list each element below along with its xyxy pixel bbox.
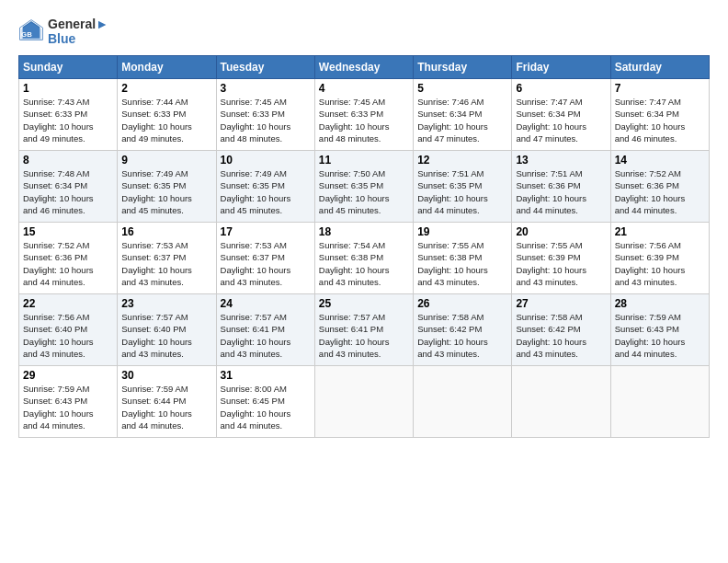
day-info: Sunrise: 7:49 AM Sunset: 6:35 PM Dayligh… [221,167,311,216]
day-number: 23 [121,297,211,310]
calendar-cell: 23Sunrise: 7:57 AM Sunset: 6:40 PM Dayli… [118,294,216,366]
day-info: Sunrise: 7:59 AM Sunset: 6:43 PM Dayligh… [23,383,113,431]
day-number: 12 [417,154,507,167]
calendar-cell: 19Sunrise: 7:55 AM Sunset: 6:38 PM Dayli… [414,223,512,294]
day-info: Sunrise: 7:49 AM Sunset: 6:35 PM Dayligh… [121,167,211,216]
day-number: 31 [221,369,311,382]
day-info: Sunrise: 7:54 AM Sunset: 6:38 PM Dayligh… [319,239,409,288]
day-header: Wednesday [314,56,413,79]
day-info: Sunrise: 7:58 AM Sunset: 6:42 PM Dayligh… [417,311,507,360]
day-number: 17 [221,225,311,238]
day-number: 25 [319,297,409,310]
calendar-cell: 9Sunrise: 7:49 AM Sunset: 6:35 PM Daylig… [118,151,216,223]
day-number: 13 [516,154,606,167]
day-info: Sunrise: 7:59 AM Sunset: 6:44 PM Dayligh… [121,383,211,431]
calendar-cell [314,366,413,438]
calendar-cell: 29Sunrise: 7:59 AM Sunset: 6:43 PM Dayli… [19,366,118,438]
page: GB General► Blue SundayMondayTuesdayWedn… [0,0,728,563]
day-number: 11 [319,154,409,167]
day-number: 3 [221,82,311,95]
day-info: Sunrise: 7:43 AM Sunset: 6:33 PM Dayligh… [23,96,113,144]
day-number: 28 [615,297,705,310]
calendar-week-row: 22Sunrise: 7:56 AM Sunset: 6:40 PM Dayli… [19,294,710,366]
calendar-cell: 17Sunrise: 7:53 AM Sunset: 6:37 PM Dayli… [216,223,314,294]
day-header: Thursday [414,56,512,79]
calendar-cell: 31Sunrise: 8:00 AM Sunset: 6:45 PM Dayli… [216,366,314,438]
calendar-week-row: 1Sunrise: 7:43 AM Sunset: 6:33 PM Daylig… [19,79,710,151]
svg-text:GB: GB [21,30,32,39]
calendar-cell: 12Sunrise: 7:51 AM Sunset: 6:35 PM Dayli… [414,151,512,223]
calendar-body: 1Sunrise: 7:43 AM Sunset: 6:33 PM Daylig… [19,79,710,438]
day-number: 16 [121,225,211,238]
calendar-cell: 18Sunrise: 7:54 AM Sunset: 6:38 PM Dayli… [314,223,413,294]
day-info: Sunrise: 7:51 AM Sunset: 6:35 PM Dayligh… [417,167,507,216]
day-info: Sunrise: 7:52 AM Sunset: 6:36 PM Dayligh… [615,167,705,216]
calendar-table: SundayMondayTuesdayWednesdayThursdayFrid… [18,55,710,438]
day-number: 1 [23,82,113,95]
day-number: 9 [121,154,211,167]
calendar-cell: 13Sunrise: 7:51 AM Sunset: 6:36 PM Dayli… [512,151,610,223]
calendar-cell: 26Sunrise: 7:58 AM Sunset: 6:42 PM Dayli… [414,294,512,366]
logo: GB General► Blue [18,17,108,46]
day-number: 29 [23,369,113,382]
calendar-cell: 21Sunrise: 7:56 AM Sunset: 6:39 PM Dayli… [610,223,709,294]
day-info: Sunrise: 7:53 AM Sunset: 6:37 PM Dayligh… [221,239,311,288]
header: GB General► Blue [18,17,710,46]
day-header: Monday [118,56,216,79]
day-info: Sunrise: 7:59 AM Sunset: 6:43 PM Dayligh… [615,311,705,360]
day-number: 24 [221,297,311,310]
logo-text: General► Blue [48,17,108,46]
day-info: Sunrise: 7:47 AM Sunset: 6:34 PM Dayligh… [615,96,705,144]
day-header: Tuesday [216,56,314,79]
day-number: 7 [615,82,705,95]
calendar-header-row: SundayMondayTuesdayWednesdayThursdayFrid… [19,56,710,79]
day-number: 19 [417,225,507,238]
calendar-cell: 28Sunrise: 7:59 AM Sunset: 6:43 PM Dayli… [610,294,709,366]
day-number: 26 [417,297,507,310]
calendar-cell: 3Sunrise: 7:45 AM Sunset: 6:33 PM Daylig… [216,79,314,151]
day-info: Sunrise: 7:56 AM Sunset: 6:40 PM Dayligh… [23,311,113,360]
day-number: 18 [319,225,409,238]
logo-icon: GB [18,18,44,44]
calendar-cell: 7Sunrise: 7:47 AM Sunset: 6:34 PM Daylig… [610,79,709,151]
calendar-cell: 30Sunrise: 7:59 AM Sunset: 6:44 PM Dayli… [118,366,216,438]
calendar-cell: 5Sunrise: 7:46 AM Sunset: 6:34 PM Daylig… [414,79,512,151]
day-info: Sunrise: 7:52 AM Sunset: 6:36 PM Dayligh… [23,239,113,288]
day-info: Sunrise: 7:53 AM Sunset: 6:37 PM Dayligh… [121,239,211,288]
day-number: 15 [23,225,113,238]
day-number: 27 [516,297,606,310]
day-number: 10 [221,154,311,167]
calendar-cell: 25Sunrise: 7:57 AM Sunset: 6:41 PM Dayli… [314,294,413,366]
calendar-cell [610,366,709,438]
day-info: Sunrise: 7:58 AM Sunset: 6:42 PM Dayligh… [516,311,606,360]
day-info: Sunrise: 7:47 AM Sunset: 6:34 PM Dayligh… [516,96,606,144]
day-info: Sunrise: 7:56 AM Sunset: 6:39 PM Dayligh… [615,239,705,288]
day-header: Friday [512,56,610,79]
calendar-cell [414,366,512,438]
day-header: Saturday [610,56,709,79]
calendar-week-row: 29Sunrise: 7:59 AM Sunset: 6:43 PM Dayli… [19,366,710,438]
calendar-cell: 15Sunrise: 7:52 AM Sunset: 6:36 PM Dayli… [19,223,118,294]
day-info: Sunrise: 7:44 AM Sunset: 6:33 PM Dayligh… [121,96,211,144]
day-number: 8 [23,154,113,167]
day-info: Sunrise: 8:00 AM Sunset: 6:45 PM Dayligh… [221,383,311,431]
day-info: Sunrise: 7:57 AM Sunset: 6:40 PM Dayligh… [121,311,211,360]
calendar-cell: 10Sunrise: 7:49 AM Sunset: 6:35 PM Dayli… [216,151,314,223]
day-info: Sunrise: 7:51 AM Sunset: 6:36 PM Dayligh… [516,167,606,216]
day-number: 6 [516,82,606,95]
day-header: Sunday [19,56,118,79]
day-info: Sunrise: 7:55 AM Sunset: 6:39 PM Dayligh… [516,239,606,288]
day-number: 4 [319,82,409,95]
calendar-cell: 22Sunrise: 7:56 AM Sunset: 6:40 PM Dayli… [19,294,118,366]
calendar-cell: 6Sunrise: 7:47 AM Sunset: 6:34 PM Daylig… [512,79,610,151]
day-info: Sunrise: 7:57 AM Sunset: 6:41 PM Dayligh… [221,311,311,360]
day-info: Sunrise: 7:55 AM Sunset: 6:38 PM Dayligh… [417,239,507,288]
day-number: 14 [615,154,705,167]
calendar-cell: 20Sunrise: 7:55 AM Sunset: 6:39 PM Dayli… [512,223,610,294]
calendar-cell: 27Sunrise: 7:58 AM Sunset: 6:42 PM Dayli… [512,294,610,366]
calendar-cell: 24Sunrise: 7:57 AM Sunset: 6:41 PM Dayli… [216,294,314,366]
calendar-cell: 4Sunrise: 7:45 AM Sunset: 6:33 PM Daylig… [314,79,413,151]
day-info: Sunrise: 7:46 AM Sunset: 6:34 PM Dayligh… [417,96,507,144]
day-info: Sunrise: 7:45 AM Sunset: 6:33 PM Dayligh… [221,96,311,144]
day-number: 5 [417,82,507,95]
